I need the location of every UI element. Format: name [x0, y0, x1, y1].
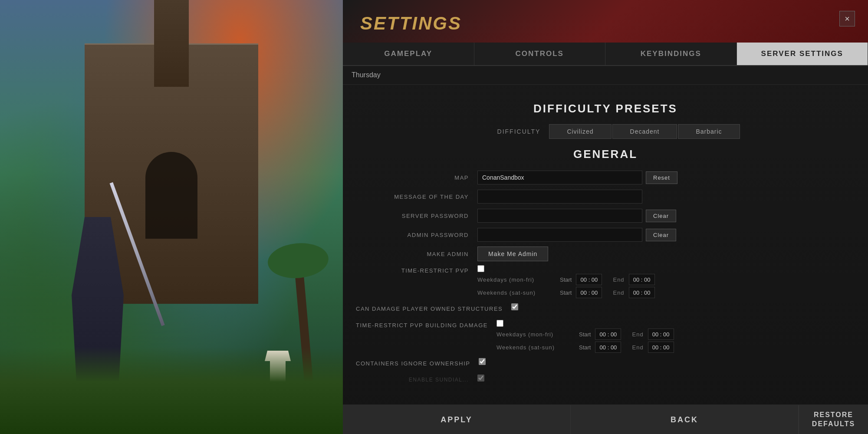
pvp-weekend-end-input[interactable] [629, 287, 655, 298]
map-input[interactable] [477, 171, 642, 184]
can-damage-row: CAN DAMAGE PLAYER OWNED STRUCTURES [356, 303, 855, 316]
restore-defaults-button[interactable]: RESTOREDEFAULTS [799, 405, 868, 434]
building-weekday-start-input[interactable] [595, 329, 621, 340]
make-admin-button[interactable]: Make Me Admin [477, 247, 548, 261]
building-weekdays-label: Weekdays (mon-fri) [496, 331, 575, 338]
admin-password-label: ADMIN PASSWORD [356, 232, 477, 238]
enable-sundial-label: ENABLE SUNDIAL... [356, 375, 477, 383]
apply-button[interactable]: APPLY [343, 405, 571, 434]
close-button[interactable]: × [839, 11, 855, 26]
motd-row: MESSAGE OF THE DAY [356, 189, 855, 204]
difficulty-civilized[interactable]: Civilized [549, 124, 611, 139]
back-button[interactable]: BACK [571, 405, 799, 434]
time-restrict-pvp-checkbox[interactable] [477, 265, 484, 272]
containers-checkbox[interactable] [479, 358, 486, 365]
containers-row: CONTAINERS IGNORE OWNERSHIP [356, 358, 855, 371]
pvp-weekend-start-label: Start [560, 289, 572, 296]
pvp-weekdays-label: Weekdays (mon-fri) [477, 276, 556, 283]
containers-checkbox-item [479, 358, 855, 365]
pvp-weekday-start-label: Start [560, 276, 572, 283]
building-weekend-start-input[interactable] [595, 342, 621, 353]
general-header: GENERAL [356, 148, 855, 161]
pvp-weekends-label: Weekends (sat-sun) [477, 289, 556, 296]
map-row: MAP Reset [356, 170, 855, 185]
motd-label: MESSAGE OF THE DAY [356, 194, 477, 200]
can-damage-checkbox-item [511, 303, 855, 310]
difficulty-presets-header: DIFFICULTY PRESETS [356, 102, 855, 115]
tab-keybindings[interactable]: KEYBINDINGS [605, 43, 737, 65]
difficulty-label: DIFFICULTY [471, 128, 540, 135]
settings-panel: SETTINGS × GAMEPLAY CONTROLS KEYBINDINGS… [343, 0, 868, 434]
time-restrict-pvp-label: TIME-RESTRICT PVP [356, 265, 477, 274]
map-label: MAP [356, 174, 477, 181]
building-weekend-end-input[interactable] [648, 342, 674, 353]
tab-gameplay[interactable]: GAMEPLAY [343, 43, 474, 65]
pvp-weekday-end-input[interactable] [629, 274, 655, 285]
action-bar: APPLY BACK RESTOREDEFAULTS [343, 404, 868, 434]
date-display: Thursday [343, 66, 868, 85]
server-password-input[interactable] [477, 209, 642, 223]
building-checkbox-content: Weekdays (mon-fri) Start End Weekends (s… [496, 320, 855, 355]
enable-sundial-checkbox[interactable] [477, 375, 484, 381]
time-restrict-pvp-row: TIME-RESTRICT PVP Weekdays (mon-fri) Sta… [356, 265, 855, 300]
server-password-clear-button[interactable]: Clear [646, 210, 676, 222]
building-weekends-label: Weekends (sat-sun) [496, 344, 575, 351]
admin-password-input[interactable] [477, 228, 642, 242]
containers-label: CONTAINERS IGNORE OWNERSHIP [356, 358, 479, 367]
time-restrict-building-checkbox[interactable] [496, 320, 503, 327]
difficulty-decadent[interactable]: Decadent [612, 124, 677, 139]
enable-sundial-checkbox-content [477, 375, 855, 383]
pvp-weekend-start-input[interactable] [576, 287, 602, 298]
server-password-label: SERVER PASSWORD [356, 213, 477, 219]
time-restrict-building-row: TIME-RESTRICT PVP BUILDING DAMAGE Weekda… [356, 320, 855, 355]
can-damage-checkbox[interactable] [511, 303, 518, 310]
time-restrict-building-label: TIME-RESTRICT PVP BUILDING DAMAGE [356, 320, 496, 329]
difficulty-row: DIFFICULTY Civilized Decadent Barbaric [356, 124, 855, 139]
building-weekday-end-input[interactable] [648, 329, 674, 340]
game-panel [0, 0, 343, 434]
enable-sundial-row: ENABLE SUNDIAL... [356, 375, 855, 388]
admin-password-row: ADMIN PASSWORD Clear [356, 227, 855, 243]
settings-title: SETTINGS [360, 13, 851, 34]
tab-bar: GAMEPLAY CONTROLS KEYBINDINGS SERVER SET… [343, 43, 868, 66]
settings-content[interactable]: DIFFICULTY PRESETS DIFFICULTY Civilized … [343, 85, 868, 434]
make-admin-label: MAKE ADMIN [356, 251, 477, 257]
building-weekend-row: Weekends (sat-sun) Start End [496, 342, 855, 353]
make-admin-row: MAKE ADMIN Make Me Admin [356, 246, 855, 262]
pvp-weekday-row: Weekdays (mon-fri) Start End [477, 274, 855, 285]
building-weekend-start-label: Start [579, 344, 591, 351]
grass-foreground [0, 347, 343, 434]
pvp-weekend-row: Weekends (sat-sun) Start End [477, 287, 855, 298]
server-password-row: SERVER PASSWORD Clear [356, 208, 855, 224]
settings-header: SETTINGS × [343, 0, 868, 43]
building-weekday-row: Weekdays (mon-fri) Start End [496, 329, 855, 340]
tab-server-settings[interactable]: SERVER SETTINGS [737, 43, 868, 65]
containers-checkbox-content [479, 358, 855, 367]
admin-password-clear-button[interactable]: Clear [646, 229, 676, 241]
pvp-weekend-end-label: End [613, 289, 624, 296]
motd-input[interactable] [477, 190, 642, 204]
can-damage-label: CAN DAMAGE PLAYER OWNED STRUCTURES [356, 303, 511, 312]
tab-controls[interactable]: CONTROLS [474, 43, 606, 65]
building-weekday-end-label: End [632, 331, 643, 338]
pvp-weekday-end-label: End [613, 276, 624, 283]
pvp-checkbox-content: Weekdays (mon-fri) Start End Weekends (s… [477, 265, 855, 300]
difficulty-buttons: Civilized Decadent Barbaric [549, 124, 740, 139]
pvp-checkbox-item [477, 265, 855, 272]
building-weekend-end-label: End [632, 344, 643, 351]
building-weekday-start-label: Start [579, 331, 591, 338]
pvp-weekday-start-input[interactable] [576, 274, 602, 285]
map-reset-button[interactable]: Reset [646, 171, 677, 184]
building-checkbox-item [496, 320, 855, 327]
difficulty-barbaric[interactable]: Barbaric [678, 124, 740, 139]
can-damage-checkbox-content [511, 303, 855, 312]
